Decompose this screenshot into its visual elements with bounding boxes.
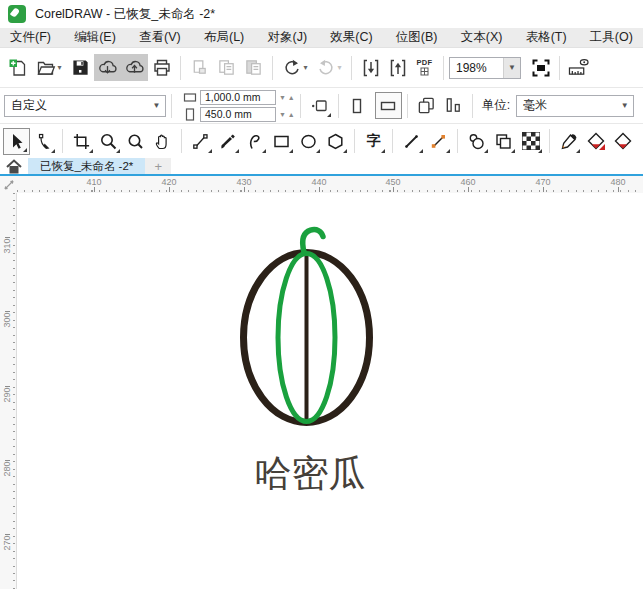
landscape-button[interactable] bbox=[375, 92, 402, 119]
pan-tool-button[interactable] bbox=[149, 128, 176, 155]
menu-file[interactable]: 文件(F) bbox=[10, 29, 51, 46]
text-tool-button[interactable]: 字 bbox=[360, 128, 387, 155]
units-select[interactable]: 毫米 ▼ bbox=[516, 95, 634, 117]
zoom-level-select[interactable]: 198% ▼ bbox=[449, 57, 521, 79]
coreldraw-logo-icon bbox=[8, 5, 26, 23]
open-dropdown-caret[interactable]: ▾ bbox=[57, 63, 61, 72]
menu-text[interactable]: 文本(X) bbox=[461, 29, 503, 46]
shadow-tool-button[interactable] bbox=[463, 128, 490, 155]
units-value[interactable]: 毫米 bbox=[517, 97, 616, 114]
toolbar-separator bbox=[407, 94, 408, 118]
open-folder-icon bbox=[36, 58, 56, 78]
redo-icon bbox=[316, 58, 336, 78]
smart-fill-tool-icon bbox=[613, 131, 633, 151]
artistic-media-tool-button[interactable] bbox=[214, 128, 241, 155]
zoom-out-tool-button[interactable] bbox=[122, 128, 149, 155]
new-document-button[interactable] bbox=[4, 54, 31, 81]
interactive-fill-tool-icon bbox=[586, 131, 606, 151]
artistic-media-tool-icon bbox=[218, 132, 237, 151]
curve-pen-tool-button[interactable] bbox=[241, 128, 268, 155]
page-size-select[interactable]: 自定义 ▼ bbox=[4, 95, 166, 117]
page-dimensions-group: 1,000.0 mm ▼ ▲ 450.0 mm ▼ ▲ bbox=[183, 90, 295, 122]
smart-fill-tool-button[interactable] bbox=[609, 128, 636, 155]
full-screen-preview-icon bbox=[531, 58, 551, 78]
export-button[interactable] bbox=[384, 54, 411, 81]
ruler-label: 440 bbox=[295, 177, 343, 187]
window-title: CorelDRAW - 已恢复_未命名 -2* bbox=[35, 6, 215, 23]
rectangle-tool-button[interactable] bbox=[268, 128, 295, 155]
vertical-ruler[interactable]: 310 300 290 280 270 bbox=[0, 193, 17, 589]
rulers-icon bbox=[568, 58, 589, 77]
menu-bitmaps[interactable]: 位图(B) bbox=[396, 29, 438, 46]
horizontal-ruler[interactable]: 410 420 430 440 450 460 470 480 bbox=[17, 176, 643, 193]
standard-toolbar: ▾ ▾ ▾ bbox=[0, 48, 643, 88]
toolbar-separator bbox=[443, 56, 444, 80]
save-button[interactable] bbox=[67, 54, 94, 81]
print-button[interactable] bbox=[148, 54, 175, 81]
melon-logo-drawing[interactable]: 哈密瓜 bbox=[17, 193, 643, 589]
page-size-value[interactable]: 自定义 bbox=[5, 97, 148, 114]
zoom-level-value[interactable]: 198% bbox=[450, 61, 503, 75]
document-tab-active[interactable]: 已恢复_未命名 -2* bbox=[28, 158, 145, 174]
all-pages-button[interactable] bbox=[413, 92, 440, 119]
menu-edit[interactable]: 编辑(E) bbox=[74, 29, 116, 46]
toolbox-separator bbox=[62, 129, 63, 153]
menu-table[interactable]: 表格(T) bbox=[526, 29, 567, 46]
welcome-home-button[interactable] bbox=[0, 158, 28, 174]
interactive-fill-tool-button[interactable] bbox=[582, 128, 609, 155]
undo-button[interactable]: ▾ bbox=[278, 54, 312, 81]
show-rulers-button[interactable] bbox=[565, 54, 592, 81]
polygon-tool-button[interactable] bbox=[322, 128, 349, 155]
page-height-input[interactable]: 450.0 mm bbox=[200, 107, 276, 122]
landscape-icon bbox=[379, 97, 397, 115]
page-width-input[interactable]: 1,000.0 mm bbox=[200, 90, 276, 105]
cloud-download-button[interactable] bbox=[94, 54, 121, 81]
ellipse-tool-button[interactable] bbox=[295, 128, 322, 155]
toolbar-separator bbox=[272, 56, 273, 80]
new-tab-button[interactable]: + bbox=[145, 158, 171, 174]
transparency-tool-button[interactable] bbox=[517, 128, 544, 155]
publish-pdf-button[interactable]: PDF bbox=[411, 54, 438, 81]
cloud-upload-button[interactable] bbox=[121, 54, 148, 81]
ruler-label: 410 bbox=[70, 177, 118, 187]
freehand-tool-button[interactable] bbox=[187, 128, 214, 155]
units-label: 单位: bbox=[482, 97, 510, 114]
drawing-canvas[interactable]: 哈密瓜 bbox=[17, 193, 643, 589]
ruler-origin-corner[interactable] bbox=[0, 176, 17, 193]
connector-tool-button[interactable] bbox=[425, 128, 452, 155]
open-button[interactable]: ▾ bbox=[31, 54, 67, 81]
contour-tool-icon bbox=[494, 132, 513, 151]
current-page-button[interactable] bbox=[440, 92, 467, 119]
menu-view[interactable]: 查看(V) bbox=[139, 29, 181, 46]
page-size-caret[interactable]: ▼ bbox=[148, 96, 165, 116]
page-height-spinner[interactable]: ▼ ▲ bbox=[279, 111, 295, 118]
zoom-tool-icon bbox=[99, 132, 118, 151]
pdf-icon: PDF bbox=[417, 59, 433, 67]
zoom-level-caret[interactable]: ▼ bbox=[503, 58, 520, 78]
paste-icon bbox=[244, 58, 263, 77]
menu-layout[interactable]: 布局(L) bbox=[204, 29, 244, 46]
eyedropper-tool-button[interactable] bbox=[555, 128, 582, 155]
pdf-grid-icon bbox=[420, 67, 429, 76]
nudge-offset-button[interactable] bbox=[306, 92, 333, 119]
shape-tool-button[interactable] bbox=[30, 128, 57, 155]
full-screen-preview-button[interactable] bbox=[527, 54, 554, 81]
portrait-button[interactable] bbox=[344, 92, 371, 119]
crop-tool-button[interactable] bbox=[68, 128, 95, 155]
export-icon bbox=[388, 58, 408, 78]
menu-effects[interactable]: 效果(C) bbox=[330, 29, 372, 46]
menu-tools[interactable]: 工具(O) bbox=[590, 29, 633, 46]
new-document-icon bbox=[8, 58, 28, 78]
transparency-tool-icon bbox=[522, 132, 540, 150]
undo-dropdown-caret[interactable]: ▾ bbox=[303, 63, 307, 72]
pick-tool-button[interactable] bbox=[3, 128, 30, 155]
ellipse-tool-icon bbox=[299, 132, 318, 151]
import-button[interactable] bbox=[357, 54, 384, 81]
units-caret[interactable]: ▼ bbox=[616, 96, 633, 116]
zoom-tool-button[interactable] bbox=[95, 128, 122, 155]
contour-tool-button[interactable] bbox=[490, 128, 517, 155]
all-pages-icon bbox=[417, 96, 436, 115]
page-width-spinner[interactable]: ▼ ▲ bbox=[279, 94, 295, 101]
menu-object[interactable]: 对象(J) bbox=[267, 29, 307, 46]
line-tool-button[interactable] bbox=[398, 128, 425, 155]
